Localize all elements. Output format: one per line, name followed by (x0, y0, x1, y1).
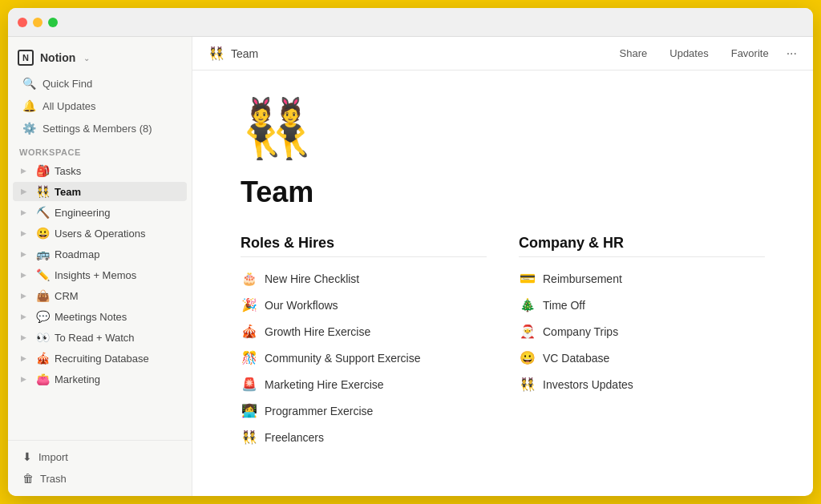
investors-label: Investors Updates (543, 378, 633, 391)
roles-hires-column: Roles & Hires 🎂 New Hire Checklist 🎉 Our… (241, 235, 487, 450)
caret-icon: ▶ (21, 292, 30, 300)
close-button[interactable] (18, 18, 27, 27)
sidebar-item-tasks[interactable]: ▶ 🎒 Tasks (13, 161, 187, 180)
quick-find-button[interactable]: 🔍 Quick Find (13, 73, 187, 94)
settings-button[interactable]: ⚙️ Settings & Members (8) (13, 118, 187, 139)
caret-icon: ▶ (21, 333, 30, 341)
growth-hire-emoji: 🎪 (241, 324, 258, 339)
vc-database-emoji: 😀 (519, 350, 536, 365)
topbar-actions: Share Updates Favorite ··· (615, 45, 797, 62)
page-title: Team (241, 175, 765, 209)
favorite-button[interactable]: Favorite (726, 45, 774, 62)
titlebar (8, 8, 813, 37)
link-marketing-hire[interactable]: 🚨 Marketing Hire Exercise (241, 371, 487, 397)
tasks-emoji: 🎒 (35, 164, 50, 177)
read-watch-label: To Read + Watch (55, 332, 180, 344)
caret-icon: ▶ (21, 187, 30, 196)
link-community-support[interactable]: 🎊 Community & Support Exercise (241, 345, 487, 371)
company-hr-column: Company & HR 💳 Reimbursement 🎄 Time Off … (519, 235, 765, 450)
link-our-workflows[interactable]: 🎉 Our Workflows (241, 292, 487, 318)
programmer-label: Programmer Exercise (265, 405, 373, 417)
caret-icon: ▶ (21, 229, 30, 237)
maximize-button[interactable] (48, 18, 58, 27)
users-ops-label: Users & Operations (55, 228, 180, 240)
all-updates-label: All Updates (42, 100, 95, 112)
minimize-button[interactable] (33, 18, 42, 27)
sidebar-item-crm[interactable]: ▶ 👜 CRM (13, 286, 187, 305)
app-window: N Notion ⌄ 🔍 Quick Find 🔔 All Updates ⚙️… (8, 8, 813, 496)
page-hero-emoji: 👯 (241, 95, 765, 163)
new-hire-emoji: 🎂 (241, 271, 258, 286)
sidebar-item-team[interactable]: ▶ 👯 Team (13, 182, 187, 201)
link-programmer-exercise[interactable]: 👩‍💻 Programmer Exercise (241, 397, 487, 424)
read-watch-emoji: 👀 (35, 331, 50, 344)
sidebar-item-users-ops[interactable]: ▶ 😀 Users & Operations (13, 224, 187, 243)
updates-button[interactable]: Updates (665, 45, 713, 62)
crm-label: CRM (55, 290, 180, 302)
link-freelancers[interactable]: 👯 Freelancers (241, 424, 487, 450)
sidebar-item-roadmap[interactable]: ▶ 🚌 Roadmap (13, 244, 187, 264)
insights-emoji: ✏️ (35, 268, 50, 281)
sidebar-item-to-read-watch[interactable]: ▶ 👀 To Read + Watch (13, 328, 187, 347)
tasks-label: Tasks (55, 165, 180, 177)
link-growth-hire[interactable]: 🎪 Growth Hire Exercise (241, 318, 487, 345)
investors-emoji: 👯 (519, 377, 536, 392)
import-button[interactable]: ⬇ Import (13, 446, 187, 467)
marketing-hire-emoji: 🚨 (241, 377, 258, 392)
trash-label: Trash (40, 473, 67, 485)
community-label: Community & Support Exercise (265, 352, 421, 365)
link-new-hire-checklist[interactable]: 🎂 New Hire Checklist (241, 265, 487, 292)
time-off-label: Time Off (543, 299, 585, 312)
growth-hire-label: Growth Hire Exercise (265, 325, 370, 338)
marketing-hire-label: Marketing Hire Exercise (265, 378, 384, 391)
settings-label: Settings & Members (8) (42, 123, 152, 135)
vc-database-label: VC Database (543, 352, 609, 365)
trash-button[interactable]: 🗑 Trash (13, 468, 187, 489)
caret-icon: ▶ (21, 354, 30, 362)
import-label: Import (38, 451, 68, 463)
roadmap-label: Roadmap (55, 248, 180, 260)
updates-icon: 🔔 (22, 99, 36, 112)
link-vc-database[interactable]: 😀 VC Database (519, 345, 765, 371)
roadmap-emoji: 🚌 (35, 248, 50, 260)
link-reimbursement[interactable]: 💳 Reimbursement (519, 265, 765, 292)
sidebar-item-recruiting[interactable]: ▶ 🎪 Recruiting Database (13, 349, 187, 368)
link-investors-updates[interactable]: 👯 Investors Updates (519, 371, 765, 397)
team-label: Team (55, 186, 180, 198)
sidebar-item-insights-memos[interactable]: ▶ ✏️ Insights + Memos (13, 265, 187, 284)
link-company-trips[interactable]: 🎅 Company Trips (519, 318, 765, 345)
app-body: N Notion ⌄ 🔍 Quick Find 🔔 All Updates ⚙️… (8, 37, 813, 496)
all-updates-button[interactable]: 🔔 All Updates (13, 95, 187, 116)
page-content: 👯 Team Roles & Hires 🎂 New Hire Checklis… (192, 71, 813, 496)
recruiting-label: Recruiting Database (55, 353, 180, 365)
topbar-emoji: 👯 (208, 46, 224, 61)
sidebar-footer: ⬇ Import 🗑 Trash (8, 440, 192, 490)
insights-label: Insights + Memos (55, 269, 180, 281)
notion-logo-icon: N (18, 50, 34, 66)
more-options-button[interactable]: ··· (787, 46, 797, 61)
topbar-page-title: Team (231, 47, 258, 60)
workflows-label: Our Workflows (265, 299, 338, 312)
caret-icon: ▶ (21, 208, 30, 216)
app-header[interactable]: N Notion ⌄ (8, 43, 192, 72)
reimbursement-emoji: 💳 (519, 271, 536, 286)
link-time-off[interactable]: 🎄 Time Off (519, 292, 765, 318)
sidebar-item-engineering[interactable]: ▶ ⛏️ Engineering (13, 203, 187, 222)
sidebar-item-marketing[interactable]: ▶ 👛 Marketing (13, 369, 187, 389)
company-trips-label: Company Trips (543, 325, 618, 338)
main-content: 👯 Team Share Updates Favorite ··· 👯 Team (192, 37, 813, 496)
quick-find-label: Quick Find (42, 78, 92, 90)
new-hire-label: New Hire Checklist (265, 272, 359, 285)
crm-emoji: 👜 (35, 289, 50, 302)
share-button[interactable]: Share (615, 45, 653, 62)
community-emoji: 🎊 (241, 350, 258, 365)
sidebar-item-meetings[interactable]: ▶ 💬 Meetings Notes (13, 307, 187, 326)
trash-icon: 🗑 (22, 472, 34, 485)
meetings-emoji: 💬 (35, 310, 50, 323)
programmer-emoji: 👩‍💻 (241, 403, 258, 418)
reimbursement-label: Reimbursement (543, 272, 622, 285)
sidebar: N Notion ⌄ 🔍 Quick Find 🔔 All Updates ⚙️… (8, 37, 192, 496)
search-icon: 🔍 (22, 77, 36, 90)
app-caret-icon: ⌄ (83, 54, 90, 62)
caret-icon: ▶ (21, 271, 30, 279)
